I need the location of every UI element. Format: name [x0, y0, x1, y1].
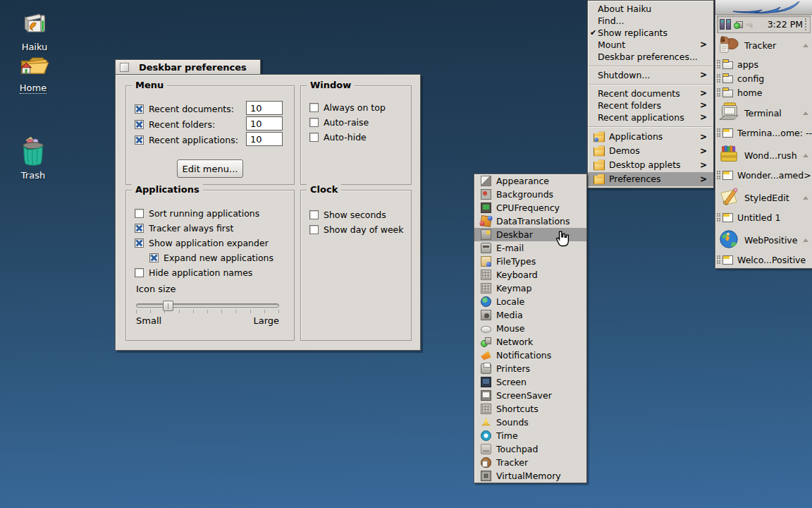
recent-checkbox[interactable] [135, 120, 144, 129]
menu-item-label: Recent applications [598, 112, 684, 123]
menu-item-show-replicants[interactable]: ✔Show replicants [588, 27, 713, 39]
desktop-icon-home[interactable]: Home [5, 52, 61, 94]
drag-handle[interactable] [717, 128, 720, 137]
submenu-item-label: VirtualMemory [496, 471, 561, 481]
deskbar-app-stylededit[interactable]: StyledEdit [715, 187, 812, 208]
application-option-checkbox[interactable] [135, 238, 144, 248]
submenu-item-notifications[interactable]: Notifications [474, 349, 586, 362]
recent-checkbox[interactable] [135, 104, 144, 114]
menu-item-shutdown[interactable]: Shutdown...> [588, 69, 713, 81]
submenu-item-printers[interactable]: Printers [474, 362, 586, 375]
application-option-checkbox[interactable] [135, 268, 144, 277]
submenu-item-locale[interactable]: Locale [474, 295, 586, 308]
application-option-row: Hide application names [135, 267, 252, 278]
submenu-item-label: Deskbar [496, 229, 533, 240]
drag-handle[interactable] [717, 171, 720, 179]
icon-size-slider[interactable]: Small Large [136, 303, 279, 326]
document-icon [722, 171, 733, 180]
recent-checkbox[interactable] [135, 135, 144, 145]
drag-handle[interactable] [717, 60, 720, 68]
submenu-item-screensaver[interactable]: ScreenSaver [474, 389, 586, 402]
home-icon [5, 52, 61, 81]
network-status-icon[interactable] [734, 20, 743, 29]
deskbar-app-wonderbrush[interactable]: Wond...rush [715, 145, 812, 166]
window-option-checkbox[interactable] [309, 133, 319, 142]
submenu-item-filetypes[interactable]: FileTypes [474, 255, 586, 268]
submenu-item-virtualmemory[interactable]: VirtualMemory [474, 469, 586, 483]
submenu-item-label: Touchpad [496, 444, 538, 454]
clock-option-checkbox[interactable] [309, 210, 319, 219]
drag-handle[interactable] [717, 255, 720, 264]
submenu-item-media[interactable]: Media [474, 308, 586, 322]
menu-item-recent-applications[interactable]: Recent applications> [588, 111, 713, 123]
collapse-chevron-icon[interactable] [803, 154, 808, 157]
deskbar-item[interactable]: Untitled 1 [715, 208, 812, 226]
menu-item-deskbar-preferences[interactable]: Deskbar preferences... [588, 51, 713, 63]
menu-item-recent-documents[interactable]: Recent documents> [588, 87, 713, 99]
submenu-item-mouse[interactable]: Mouse [474, 322, 586, 335]
collapse-chevron-icon[interactable] [803, 111, 808, 115]
window-option-checkbox[interactable] [309, 118, 319, 127]
window-title-tab[interactable]: Deskbar preferences [115, 59, 261, 74]
menu-item-demos[interactable]: Demos> [588, 144, 713, 158]
deskbar-item[interactable]: config [715, 71, 812, 85]
close-button[interactable] [120, 63, 129, 72]
collapse-chevron-icon[interactable] [803, 196, 808, 200]
menu-item-desktop-applets[interactable]: Desktop applets> [588, 158, 713, 172]
submenu-item-appearance[interactable]: Appearance [474, 174, 586, 188]
drag-handle[interactable] [717, 74, 720, 83]
tray-grip[interactable] [805, 18, 808, 30]
submenu-item-touchpad[interactable]: Touchpad [474, 442, 586, 456]
recent-count-input[interactable] [246, 101, 283, 115]
submenu-item-keyboard[interactable]: Keyboard [474, 268, 586, 282]
deskbar-item[interactable]: Welco...Positive [715, 250, 812, 269]
deskbar-item[interactable]: Termina...ome: -- [715, 123, 812, 142]
tray-clock[interactable]: 3:22 PM [757, 19, 805, 30]
deskbar-item[interactable]: home [715, 85, 812, 99]
memory-monitor-icon[interactable] [726, 19, 731, 30]
submenu-item-sounds[interactable]: Sounds [474, 416, 586, 429]
application-option-checkbox[interactable] [149, 253, 159, 262]
submenu-item-backgrounds[interactable]: Backgrounds [474, 188, 586, 201]
cpu-monitor-icon[interactable] [720, 19, 725, 30]
edit-menu-button[interactable]: Edit menu... [177, 159, 243, 178]
slider-track[interactable] [136, 303, 279, 308]
menu-item-recent-folders[interactable]: Recent folders> [588, 99, 713, 111]
submenu-item-time[interactable]: Time [474, 429, 586, 442]
drag-handle[interactable] [717, 88, 720, 97]
submenu-item-shortcuts[interactable]: Shortcuts [474, 402, 586, 416]
keymap-icon [481, 283, 491, 294]
desktop-icon-trash[interactable]: Trash [5, 135, 61, 181]
volume-icon[interactable] [746, 20, 756, 30]
submenu-item-label: Shortcuts [496, 404, 539, 414]
menu-item-preferences[interactable]: Preferences> [588, 172, 713, 186]
menu-item-mount[interactable]: Mount> [588, 39, 713, 51]
collapse-chevron-icon[interactable] [803, 44, 808, 47]
desktop-icon-haiku[interactable]: Haiku [6, 11, 63, 52]
submenu-item-keymap[interactable]: Keymap [474, 282, 586, 295]
collapse-chevron-icon[interactable] [803, 238, 808, 242]
deskbar-app-terminal[interactable]: Terminal [715, 102, 812, 123]
menu-item-about-haiku[interactable]: About Haiku [588, 3, 713, 15]
slider-thumb[interactable] [163, 301, 173, 311]
deskbar-item[interactable]: apps [715, 57, 812, 71]
clock-option-checkbox[interactable] [309, 225, 319, 234]
menu-item-find[interactable]: Find... [588, 15, 713, 27]
deskbar-entry-list: TrackerappsconfighomeTerminalTermina...o… [715, 34, 812, 269]
deskbar-item[interactable]: Wonder...amed> [715, 166, 812, 184]
deskbar-app-tracker[interactable]: Tracker [715, 34, 812, 57]
submenu-item-tracker[interactable]: Tracker [474, 456, 586, 469]
recent-count-input[interactable] [246, 116, 283, 131]
submenu-item-screen[interactable]: Screen [474, 375, 586, 389]
recent-count-input[interactable] [246, 132, 283, 146]
window-option-checkbox[interactable] [309, 103, 319, 112]
application-option-checkbox[interactable] [135, 224, 144, 233]
application-option-checkbox[interactable] [135, 209, 144, 218]
deskbar-app-webpositive[interactable]: WebPositive [715, 229, 812, 250]
deskbar-leaf-logo[interactable] [715, 0, 812, 15]
submenu-item-datatranslations[interactable]: DataTranslations [474, 214, 586, 228]
drag-handle[interactable] [717, 213, 720, 222]
menu-item-applications[interactable]: Applications> [588, 130, 713, 144]
submenu-item-cpufrequency[interactable]: CPUFrequency [474, 201, 586, 214]
submenu-item-network[interactable]: Network [474, 335, 586, 349]
